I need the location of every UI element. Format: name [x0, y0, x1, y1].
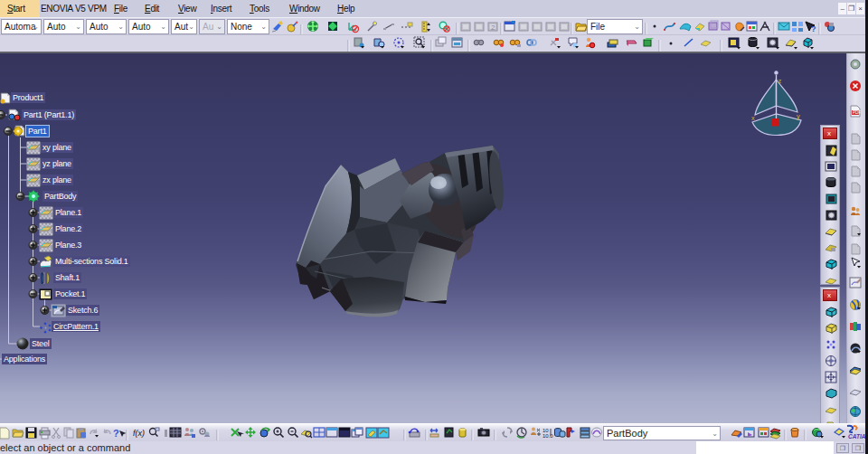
svg-text:z: z	[778, 77, 782, 85]
svg-text:10.0: 10.0	[542, 433, 553, 439]
svg-text:?: ?	[113, 428, 119, 439]
svg-text:x: x	[751, 114, 755, 122]
svg-text:?: ?	[811, 24, 816, 33]
svg-text:f(x): f(x)	[133, 429, 145, 438]
svg-text:CATIA: CATIA	[848, 433, 865, 440]
svg-text:y: y	[797, 112, 800, 120]
svg-text:PDF: PDF	[853, 110, 861, 115]
